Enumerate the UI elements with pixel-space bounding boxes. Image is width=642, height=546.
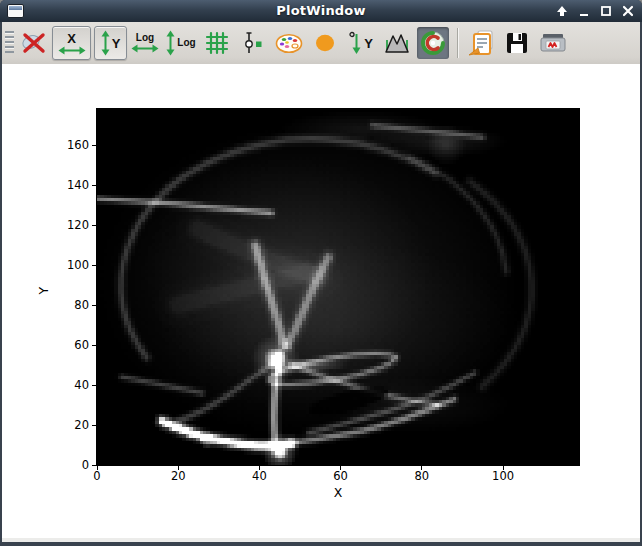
y-tick-mark bbox=[92, 425, 96, 426]
log-x-label: Log bbox=[136, 33, 154, 43]
recorder-print-icon bbox=[539, 31, 567, 55]
y-tick-label: 20 bbox=[47, 418, 89, 432]
log-y-label: Log bbox=[177, 38, 195, 48]
y-tick-mark bbox=[92, 345, 96, 346]
y-tick-mark bbox=[92, 185, 96, 186]
x-axis-label: X bbox=[97, 485, 579, 500]
x-tick-label: 0 bbox=[93, 469, 100, 483]
horizontal-double-arrow-icon bbox=[131, 44, 159, 53]
log-x-button[interactable]: Log bbox=[127, 25, 163, 61]
x-axis-toggle-label: X bbox=[67, 32, 76, 45]
x-tick-label: 80 bbox=[415, 469, 430, 483]
y-tick-label: 80 bbox=[47, 298, 89, 312]
x-axis-zoom-toggle[interactable]: X bbox=[52, 26, 91, 60]
delete-plot-button[interactable] bbox=[18, 25, 50, 61]
palette-icon bbox=[275, 33, 303, 54]
maximize-icon bbox=[600, 5, 612, 17]
y-tick-label: 40 bbox=[47, 378, 89, 392]
palette-button[interactable] bbox=[271, 25, 307, 61]
y-tick-mark bbox=[92, 305, 96, 306]
orange-circle-icon bbox=[314, 33, 336, 53]
toolbar: X Y Log bbox=[2, 22, 640, 65]
shade-up-icon bbox=[556, 5, 568, 17]
particle-button[interactable] bbox=[307, 25, 343, 61]
y-axis-toggle-label: Y bbox=[112, 37, 121, 50]
y-tick-mark bbox=[92, 385, 96, 386]
vertical-double-arrow-icon bbox=[101, 30, 110, 56]
statusbar bbox=[2, 538, 640, 542]
y-tick-label: 0 bbox=[47, 458, 89, 472]
floppy-save-icon bbox=[505, 31, 529, 55]
red-x-icon bbox=[20, 29, 48, 57]
x-tick-label: 20 bbox=[171, 469, 186, 483]
colormap-swirl-icon bbox=[420, 30, 446, 56]
titlebar[interactable]: PlotWindow bbox=[0, 0, 642, 22]
y-tick-mark bbox=[92, 145, 96, 146]
y-tick-mark bbox=[92, 225, 96, 226]
invert-y-button[interactable]: Y bbox=[343, 25, 379, 61]
horizontal-double-arrow-icon bbox=[58, 46, 86, 55]
histogram-button[interactable] bbox=[379, 25, 415, 61]
toolbar-separator bbox=[457, 28, 458, 58]
clipboard-copy-icon bbox=[467, 29, 495, 57]
export-movie-button[interactable] bbox=[535, 25, 571, 61]
plot-window: PlotWindow bbox=[0, 0, 642, 546]
x-tick-label: 100 bbox=[492, 469, 514, 483]
degree-down-arrow-icon bbox=[349, 31, 362, 55]
vertical-double-arrow-icon bbox=[166, 30, 175, 56]
y-axis-zoom-toggle[interactable]: Y bbox=[94, 26, 127, 60]
y-tick-label: 140 bbox=[47, 178, 89, 192]
minimize-icon bbox=[578, 5, 590, 17]
y-axis-label: Y bbox=[36, 275, 51, 295]
grid-icon bbox=[205, 31, 229, 55]
plot-canvas[interactable] bbox=[97, 109, 579, 465]
y-tick-mark bbox=[92, 465, 96, 466]
contour-levels-button[interactable] bbox=[235, 25, 271, 61]
grid-button[interactable] bbox=[199, 25, 235, 61]
y-tick-label: 100 bbox=[47, 258, 89, 272]
y-tick-mark bbox=[92, 265, 96, 266]
y-tick-label: 160 bbox=[47, 138, 89, 152]
toolbar-drag-handle[interactable] bbox=[5, 31, 14, 55]
invert-y-label: Y bbox=[364, 37, 373, 50]
plot-area-background: X Y 020406080100020406080100120140160 bbox=[2, 64, 640, 538]
save-button[interactable] bbox=[499, 25, 535, 61]
y-tick-label: 60 bbox=[47, 338, 89, 352]
x-tick-label: 60 bbox=[333, 469, 348, 483]
figure: X Y 020406080100020406080100120140160 bbox=[96, 108, 580, 466]
window-controls bbox=[554, 0, 636, 22]
close-button[interactable] bbox=[620, 3, 636, 19]
shade-button[interactable] bbox=[554, 3, 570, 19]
copy-button[interactable] bbox=[463, 25, 499, 61]
colormap-button[interactable] bbox=[417, 27, 449, 59]
x-tick-label: 40 bbox=[252, 469, 267, 483]
y-tick-label: 120 bbox=[47, 218, 89, 232]
maximize-button[interactable] bbox=[598, 3, 614, 19]
window-title: PlotWindow bbox=[0, 0, 642, 22]
slider-levels-icon bbox=[242, 31, 264, 55]
log-y-button[interactable]: Log bbox=[163, 25, 199, 61]
mountain-profile-icon bbox=[384, 32, 410, 54]
minimize-button[interactable] bbox=[576, 3, 592, 19]
close-icon bbox=[622, 5, 634, 17]
